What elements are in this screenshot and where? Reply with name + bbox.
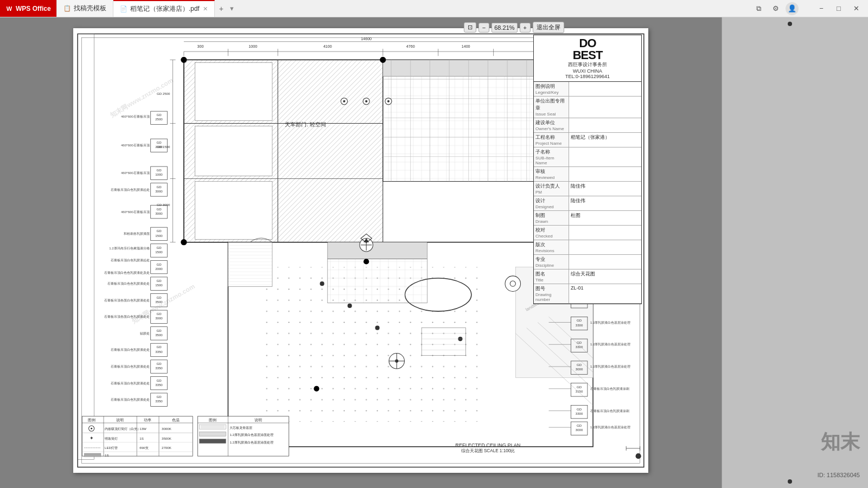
svg-text:GD: GD: [156, 296, 162, 299]
svg-text:3000: 3000: [576, 367, 583, 371]
exit-fullscreen-button[interactable]: 退出全屏: [533, 22, 564, 33]
svg-point-238: [181, 57, 187, 62]
svg-text:说明: 说明: [116, 418, 124, 422]
tab-pdf-close[interactable]: ✕: [203, 5, 208, 12]
svg-text:GD: GD: [577, 318, 582, 322]
svg-rect-31: [328, 259, 427, 303]
tab-wps[interactable]: W WPS Office: [0, 0, 57, 17]
legend-key-row: 图例说明 Legend/Key: [534, 82, 641, 97]
svg-point-81: [510, 281, 515, 286]
svg-text:GD: GD: [156, 246, 162, 249]
svg-point-79: [395, 359, 398, 363]
svg-text:石膏板吊顶各面白色乳胶漆处处: 石膏板吊顶各面白色乳胶漆处处: [104, 298, 150, 302]
svg-text:GD: GD: [156, 113, 162, 117]
discipline-row: 专业 Discipline: [534, 255, 641, 269]
tab-more-button[interactable]: ▾: [228, 4, 236, 12]
svg-text:1.2厚乳胶漆白色基层涂面处理: 1.2厚乳胶漆白色基层涂面处理: [229, 440, 273, 444]
svg-text:1.2厚乳胶漆白色基层涂面处理: 1.2厚乳胶漆白色基层涂面处理: [229, 433, 273, 436]
svg-point-70: [387, 100, 390, 102]
svg-text:石膏板吊顶白色色乳胶漆处及处: 石膏板吊顶白色色乳胶漆处及处: [104, 271, 150, 274]
svg-text:GD: GD: [577, 407, 582, 411]
close-button[interactable]: ✕: [848, 1, 864, 16]
svg-text:3500K: 3500K: [162, 436, 171, 440]
svg-text:3000: 3000: [155, 316, 163, 320]
checked-row: 校对 Checked: [534, 226, 641, 240]
svg-point-84: [375, 326, 380, 330]
svg-point-243: [363, 259, 369, 264]
title-block-header: DO BEST 西巨事设计事务所 WUXI CHINA TEL:0-189612…: [534, 35, 641, 82]
svg-point-239: [380, 57, 386, 62]
svg-text:GD: GD: [156, 345, 162, 349]
svg-text:贴胶处: 贴胶处: [140, 331, 150, 335]
svg-text:1500: 1500: [155, 283, 163, 287]
svg-text:4100: 4100: [323, 44, 332, 49]
tab-pdf[interactable]: 📄 稻笔记（张家港店）.pdf ✕: [113, 0, 215, 17]
svg-text:色温: 色温: [172, 418, 180, 422]
svg-text:300: 300: [197, 44, 203, 49]
svg-text:4760: 4760: [406, 44, 415, 49]
svg-text:石膏板吊顶白色色乳胶漆处处: 石膏板吊顶白色色乳胶漆处处: [107, 281, 150, 285]
svg-text:GD: GD: [156, 229, 162, 233]
svg-text:1000: 1000: [248, 44, 257, 49]
zoom-out-button[interactable]: −: [478, 23, 489, 33]
nav-dot-top: [788, 22, 792, 26]
svg-text:1400: 1400: [462, 44, 470, 49]
svg-point-291: [636, 453, 641, 459]
svg-text:GD: GD: [156, 329, 162, 332]
svg-text:1S: 1S: [105, 453, 108, 457]
pdf-toolbar: ⊡ − 68.21% + 退出全屏: [464, 22, 564, 33]
svg-text:3000: 3000: [155, 211, 163, 215]
svg-point-82: [320, 281, 324, 286]
svg-text:石膏板吊顶白色乳胶漆处处: 石膏板吊顶白色乳胶漆处处: [111, 364, 150, 368]
pdf-icon: 📄: [120, 5, 127, 13]
maximize-button[interactable]: □: [831, 1, 846, 16]
wps-icon: W: [5, 5, 13, 12]
svg-text:13W: 13W: [139, 427, 146, 431]
svg-point-255: [91, 428, 92, 429]
template-icon: 📋: [63, 5, 71, 12]
svg-text:1000: 1000: [155, 172, 163, 176]
svg-text:3300: 3300: [576, 323, 583, 327]
pm-row: 设计负责人 PM 陆佳伟: [534, 182, 641, 196]
fit-page-button[interactable]: ⊡: [464, 22, 476, 33]
add-tab-button[interactable]: +: [215, 4, 228, 13]
svg-text:图例: 图例: [209, 418, 216, 422]
zoom-in-button[interactable]: +: [520, 23, 531, 33]
avatar-button[interactable]: 👤: [786, 2, 799, 15]
tab-pdf-label: 稻笔记（张家港店）.pdf: [130, 4, 200, 14]
svg-rect-37: [195, 62, 272, 120]
owner-row: 建设单位 Owner's Name: [534, 118, 641, 133]
svg-text:460*600石膏板吊顶: 460*600石膏板吊顶: [121, 114, 150, 118]
svg-rect-11: [383, 60, 549, 181]
svg-text:3000: 3000: [155, 189, 163, 193]
settings-button[interactable]: ⚙: [768, 1, 783, 16]
svg-text:GD: GD: [156, 395, 162, 399]
pdf-viewer[interactable]: ⊡ − 68.21% + 退出全屏 知末网www.znzmo.com 知末网ww…: [0, 17, 722, 488]
project-row: 工程名称 Project Name 稻笔记（张家港）: [534, 133, 641, 147]
svg-text:460*600石膏板吊顶: 460*600石膏板吊顶: [121, 171, 150, 175]
svg-point-83: [348, 304, 352, 308]
tab-wps-label: WPS Office: [16, 5, 51, 12]
zoom-level-display: 68.21%: [492, 23, 517, 33]
restore-button[interactable]: ⧉: [751, 1, 766, 16]
svg-text:3500: 3500: [155, 333, 163, 337]
tab-template[interactable]: 📋 找稿壳模板: [57, 0, 113, 17]
svg-text:1500: 1500: [155, 250, 163, 254]
svg-text:内嵌吸顶灯筒灯（白光）: 内嵌吸顶灯筒灯（白光）: [105, 427, 141, 431]
company-contact: TEL:0-18961299641: [536, 74, 639, 79]
svg-text:1S: 1S: [139, 436, 143, 440]
svg-text:3300: 3300: [576, 412, 583, 415]
nav-dot-bottom: [788, 479, 792, 484]
svg-text:LED灯管: LED灯管: [105, 446, 118, 450]
svg-text:1500: 1500: [155, 234, 163, 237]
svg-text:石膏板吊顶白色乳胶漆处处: 石膏板吊顶白色乳胶漆处处: [111, 381, 150, 385]
svg-text:GD: GD: [577, 423, 582, 427]
svg-text:功率: 功率: [144, 418, 151, 422]
minimize-button[interactable]: −: [814, 1, 829, 16]
subitem-row: 子名称 SUB-Item Name: [534, 147, 641, 167]
svg-text:GD: GD: [156, 279, 162, 282]
svg-rect-39: [195, 182, 272, 240]
svg-point-244: [314, 386, 319, 391]
svg-point-68: [365, 100, 367, 102]
svg-rect-29: [228, 242, 272, 287]
